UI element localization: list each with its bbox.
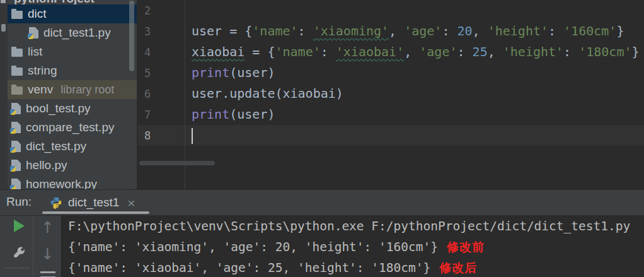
tool-window-stripe	[0, 0, 8, 189]
code-text: xiaobai = {'name': 'xiaobai', 'age': 25,…	[192, 44, 640, 59]
code-text: user.update(xiaobai)	[192, 86, 343, 101]
run-console[interactable]: F:\pythonProject\venv\Scripts\python.exe…	[61, 216, 644, 277]
down-arrow-icon[interactable]: ↓	[34, 245, 61, 263]
run-tab-title: dict_test1	[68, 196, 119, 209]
editor-line-8[interactable]: 8	[138, 125, 644, 146]
run-scroll-toolbar: ↑ ↓	[34, 216, 61, 277]
tree-item-dict_test-py[interactable]: dict_test.py	[8, 137, 137, 156]
console-text: {'name': 'xiaoming', 'age': 20, 'height'…	[68, 240, 438, 254]
folder-icon	[11, 68, 23, 76]
tree-item-label: dict	[28, 4, 47, 23]
line-number[interactable]: 2	[138, 1, 185, 21]
folder-icon	[11, 11, 23, 19]
active-tab-indicator	[42, 211, 149, 214]
rerun-play-icon[interactable]	[14, 220, 25, 232]
console-text: {'name': 'xiaobai', 'age': 25, 'height':…	[68, 261, 430, 275]
line-number[interactable]: 4	[138, 42, 185, 63]
tree-item-dict_test1-py[interactable]: dict_test1.py	[8, 23, 137, 42]
python-file-icon	[11, 179, 21, 189]
toolbar-separator	[5, 268, 29, 269]
console-line: {'name': 'xiaoming', 'age': 20, 'height'…	[68, 237, 644, 257]
tree-item-label: venv	[28, 80, 53, 99]
code-text: print(user)	[192, 65, 275, 80]
folder-icon	[11, 86, 23, 95]
code-text: print(user)	[192, 107, 275, 122]
console-text: F:\pythonProject\venv\Scripts\python.exe…	[68, 219, 630, 233]
run-header: Run: dict_test1 ×	[0, 190, 644, 215]
editor-horizontal-scrollbar[interactable]	[139, 161, 215, 165]
line-number[interactable]: 6	[138, 84, 185, 105]
python-logo-icon	[50, 196, 62, 209]
tree-item-venv[interactable]: venvlibrary root	[8, 80, 137, 99]
tree-item-label: list	[28, 42, 42, 61]
python-file-icon	[11, 160, 21, 171]
editor-line-6[interactable]: 6user.update(xiaobai)	[138, 83, 644, 104]
run-tool-window: Run: dict_test1 × ↑ ↓	[0, 189, 644, 277]
up-arrow-icon[interactable]: ↑	[34, 218, 61, 237]
run-tab[interactable]: dict_test1 ×	[42, 190, 149, 215]
annotation-text: 修改前	[447, 240, 485, 254]
text-caret	[192, 128, 193, 144]
stripe-mark-icon	[1, 24, 6, 32]
line-number[interactable]: 7	[138, 105, 185, 126]
tree-item-compare_test-py[interactable]: compare_test.py	[8, 118, 137, 137]
run-body: ↑ ↓ F:\pythonProject\venv\Scripts\python…	[0, 215, 644, 277]
pycharm-window: pythonProject dictdict_test1.pyliststrin…	[0, 0, 644, 277]
editor-line-4[interactable]: 4xiaobai = {'name': 'xiaobai', 'age': 25…	[138, 42, 644, 62]
line-number[interactable]: 8	[138, 126, 185, 146]
menu-icon[interactable]	[40, 271, 55, 277]
tree-item-label: string	[28, 61, 57, 80]
tree-item-list[interactable]: list	[8, 42, 137, 61]
stripe-mark-icon	[1, 0, 6, 3]
tree-item-label: bool_test.py	[26, 99, 90, 118]
tree-item-homework-py[interactable]: homework.py	[8, 175, 137, 189]
tree-item-hello-py[interactable]: hello.py	[8, 156, 137, 175]
python-file-icon	[11, 141, 21, 152]
editor-line-2[interactable]: 2	[138, 0, 644, 21]
tree-item-bool_test-py[interactable]: bool_test.py	[8, 99, 137, 118]
tree-scrollbar[interactable]	[129, 1, 134, 71]
editor-line-3[interactable]: 3user = {'name': 'xiaoming', 'age': 20, …	[138, 21, 644, 42]
python-file-icon	[11, 103, 21, 114]
code-editor[interactable]: 23user = {'name': 'xiaoming', 'age': 20,…	[138, 0, 644, 189]
close-icon[interactable]: ×	[127, 196, 135, 209]
code-text: user = {'name': 'xiaoming', 'age': 20, '…	[192, 23, 624, 38]
line-number[interactable]: 3	[138, 21, 185, 42]
tree-item-label: hello.py	[26, 156, 67, 175]
code-text	[192, 127, 193, 143]
run-toolbar	[0, 216, 33, 277]
editor-line-5[interactable]: 5print(user)	[138, 62, 644, 83]
console-line: F:\pythonProject\venv\Scripts\python.exe…	[68, 216, 644, 237]
python-file-icon	[29, 27, 38, 38]
folder-icon	[11, 49, 23, 57]
python-file-icon	[11, 122, 21, 133]
console-line: {'name': 'xiaobai', 'age': 25, 'height':…	[68, 257, 644, 277]
tree-item-label: dict_test.py	[26, 137, 86, 156]
tree-item-dict[interactable]: dict	[8, 4, 137, 23]
run-label: Run:	[6, 195, 32, 209]
tree-item-label: homework.py	[26, 175, 97, 189]
annotation-text: 修改后	[439, 261, 477, 274]
editor-line-7[interactable]: 7print(user)	[138, 104, 644, 125]
settings-wrench-icon[interactable]	[13, 246, 26, 260]
project-tree-panel[interactable]: pythonProject dictdict_test1.pyliststrin…	[0, 0, 137, 189]
tree-item-label: compare_test.py	[26, 118, 114, 137]
tree-item-string[interactable]: string	[8, 61, 137, 80]
tree-item-label: dict_test1.py	[43, 23, 111, 42]
line-number[interactable]: 5	[138, 63, 185, 84]
tree-item-suffix: library root	[60, 83, 114, 97]
